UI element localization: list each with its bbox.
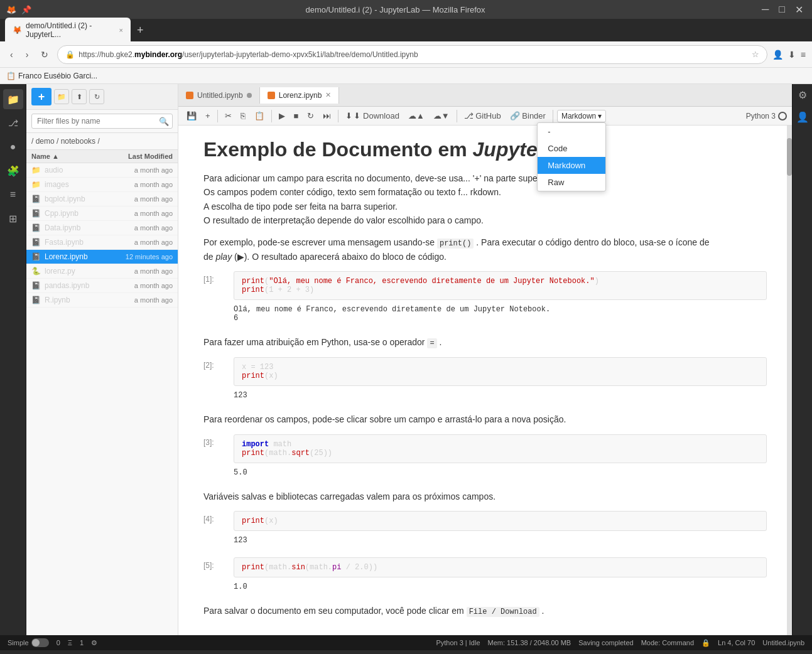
filter-input[interactable] [31, 114, 173, 129]
code-block-4[interactable]: print(x) [234, 511, 767, 531]
toolbar-separator [457, 110, 457, 122]
code-block-5[interactable]: print(math.sin(math.pi / 2.0)) [234, 557, 767, 577]
code-cell-1: [1]: print("Olá, meu nome é Franco, escr… [203, 271, 767, 325]
fast-forward-button[interactable]: ⏭ [320, 109, 334, 122]
cell-type-option-dash[interactable]: - [538, 123, 605, 140]
tab-lorenz[interactable]: Lorenz.ipynb ✕ [260, 87, 340, 104]
copy-button[interactable]: ⎘ [237, 109, 249, 122]
new-file-button[interactable]: + [31, 88, 51, 105]
sidebar-item-commands[interactable]: ⊞ [3, 208, 23, 228]
tab-lorenz-label: Lorenz.ipynb [279, 91, 322, 100]
tab-close-button[interactable]: × [119, 26, 123, 34]
title-bar-right[interactable]: ─ □ ✕ [759, 4, 806, 16]
profile-icon[interactable]: 👤 [772, 50, 783, 60]
tab-label: demo/Untitled.i (2) - JupyterL... [26, 21, 116, 39]
cell-input-5: [5]: print(math.sin(math.pi / 2.0)) [203, 557, 767, 577]
simple-toggle[interactable]: Simple [8, 638, 49, 647]
tab-favicon: 🦊 [13, 26, 22, 35]
sidebar-icon-panel: 📁 ⎇ ● 🧩 ≡ ⊞ [0, 84, 26, 635]
address-bar-right: 👤 ⬇ ≡ [772, 50, 806, 60]
notebook-icon: 📓 [31, 209, 41, 218]
mode-status: Mode: Command [641, 639, 694, 646]
settings-user-icon[interactable]: 👤 [796, 111, 809, 123]
tab-untitled[interactable]: Untitled.ipynb [178, 87, 260, 104]
code-block-2[interactable]: x = 123 print(x) [234, 357, 767, 386]
right-settings-panel: ⚙ 👤 [792, 84, 812, 635]
list-item[interactable]: 📓 R.ipynb a month ago [26, 293, 178, 308]
maximize-icon[interactable]: □ [776, 4, 788, 15]
add-cell-button[interactable]: + [202, 109, 214, 122]
restart-button[interactable]: ↻ [304, 109, 317, 122]
run-button[interactable]: ▶ [276, 109, 288, 122]
stop-button[interactable]: ■ [291, 109, 302, 122]
code-block-3[interactable]: import math print(math.sqrt(25)) [234, 434, 767, 463]
github-button[interactable]: ⎇ GitHub [461, 109, 504, 122]
back-button[interactable]: ‹ [6, 47, 17, 62]
folder-icon: 📁 [31, 180, 41, 189]
save-button[interactable]: 💾 [183, 109, 200, 122]
minimize-icon[interactable]: ─ [759, 4, 771, 15]
list-item[interactable]: 🐍 lorenz.py a month ago [26, 264, 178, 279]
list-item[interactable]: 📓 Fasta.ipynb a month ago [26, 235, 178, 250]
url-bar[interactable]: 🔒 https://hub.gke2.mybinder.org/user/jup… [57, 45, 767, 64]
list-item-selected[interactable]: 📓 Lorenz.ipynb 12 minutes ago [26, 250, 178, 264]
code-cell-4: [4]: print(x) 123 [203, 511, 767, 547]
list-item[interactable]: 📁 images a month ago [26, 178, 178, 192]
new-folder-button[interactable]: 📁 [54, 89, 69, 104]
bookmark-icon: 📋 [6, 72, 16, 80]
forward-button[interactable]: › [22, 47, 33, 62]
status-bar: Simple 0 Ξ 1 ⚙ Python 3 | Idle Mem: 151.… [0, 635, 812, 650]
download-icon[interactable]: ⬇ [788, 50, 796, 60]
simple-label: Simple [8, 639, 29, 646]
tab-untitled-label: Untitled.ipynb [197, 91, 243, 100]
assignment-paragraph: Para fazer uma atribuição em Python, usa… [203, 335, 767, 350]
list-item[interactable]: 📓 Cpp.ipynb a month ago [26, 206, 178, 221]
file-name-header: Name ▲ [31, 153, 59, 160]
list-item[interactable]: 📓 Data.ipynb a month ago [26, 221, 178, 235]
cell-type-option-markdown[interactable]: Markdown [538, 157, 605, 174]
notebook-tab-icon [186, 92, 193, 99]
file-browser-header: + 📁 ⬆ ↻ [26, 84, 178, 110]
cell-type-dropdown[interactable]: Markdown ▾ [557, 110, 606, 122]
sidebar-item-running[interactable]: ● [3, 137, 23, 157]
bookmark-star[interactable]: ☆ [752, 50, 759, 59]
sidebar-item-extensions[interactable]: 🧩 [3, 161, 23, 181]
tab-lorenz-close[interactable]: ✕ [325, 91, 331, 99]
cloud-upload-button[interactable]: ☁▲ [405, 109, 428, 122]
notebook-scrollbar[interactable] [787, 126, 792, 635]
code-block-1[interactable]: print("Olá, meu nome é Franco, escrevend… [234, 271, 767, 300]
cell-type-option-code[interactable]: Code [538, 140, 605, 157]
breadcrumb: / demo / notebooks / [26, 133, 178, 150]
new-tab-button[interactable]: + [133, 24, 148, 37]
save-paragraph: Para salvar o documento em seu computado… [203, 604, 767, 618]
active-browser-tab[interactable]: 🦊 demo/Untitled.i (2) - JupyterL... × [5, 18, 131, 43]
toolbar-separator [338, 110, 338, 122]
paste-button[interactable]: 📋 [251, 109, 268, 122]
browser-tab-bar: 🦊 demo/Untitled.i (2) - JupyterL... × + [0, 19, 812, 41]
list-item[interactable]: 📓 pandas.ipynb a month ago [26, 279, 178, 293]
download-button[interactable]: ⬇ ⬇ Download [342, 109, 402, 122]
sidebar-item-toc[interactable]: ≡ [3, 185, 23, 205]
sidebar-item-files[interactable]: 📁 [3, 89, 23, 109]
reload-button[interactable]: ↻ [37, 47, 52, 62]
cloud-download-button[interactable]: ☁▼ [430, 109, 453, 122]
binder-button[interactable]: 🔗 Binder [507, 109, 549, 122]
close-icon[interactable]: ✕ [793, 4, 806, 16]
list-item[interactable]: 📁 audio a month ago [26, 163, 178, 178]
bookmark-bar: 📋 Franco Eusébio Garci... [0, 68, 812, 84]
intro-paragraph: Para adicionar um campo para escrita no … [203, 171, 767, 228]
settings-gear-icon[interactable]: ⚙ [798, 89, 807, 101]
cut-button[interactable]: ✂ [222, 109, 235, 122]
python-icon: 🐍 [31, 267, 41, 276]
menu-icon[interactable]: ≡ [801, 50, 806, 60]
status-counter: 0 [57, 639, 60, 646]
bookmark-item[interactable]: 📋 Franco Eusébio Garci... [6, 72, 97, 80]
notebook-content: Exemplo de Documento em Jupyter N... Par… [178, 126, 792, 635]
refresh-button[interactable]: ↻ [89, 89, 104, 104]
sidebar-item-git[interactable]: ⎇ [3, 113, 23, 133]
cell-type-option-raw[interactable]: Raw [538, 174, 605, 191]
cell-input-1: [1]: print("Olá, meu nome é Franco, escr… [203, 271, 767, 300]
upload-button[interactable]: ⬆ [72, 89, 87, 104]
list-item[interactable]: 📓 bqplot.ipynb a month ago [26, 192, 178, 206]
cell-label-4: [4]: [203, 511, 229, 523]
